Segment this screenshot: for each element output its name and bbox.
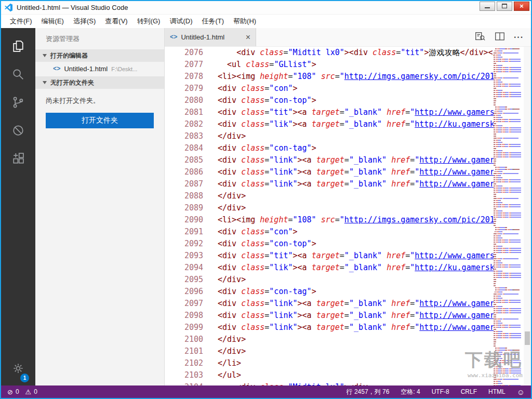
line-number: 2101 [165,345,203,357]
feedback-smiley-icon[interactable]: ☺ [517,388,525,396]
line-number: 2077 [165,59,203,71]
code-text: <div class="lik"><a target="_blank" href… [203,118,494,130]
code-text: <div class="Midtit lx1"><div [203,381,494,385]
code-text: </div> [203,190,494,202]
explorer-icon[interactable] [1,32,35,60]
settings-gear-icon[interactable]: 1 [1,354,35,382]
menu-item-4[interactable]: 查看(V) [100,15,132,28]
menu-item-1[interactable]: 文件(F) [5,15,37,28]
code-text: <div class="link"><a target="_blank" hre… [203,322,494,334]
activity-bar: 1 [1,28,35,385]
code-line-2077[interactable]: 2077 <ul class="GLlist"> [165,59,494,71]
code-line-2080[interactable]: 2080<div class="con-top"> [165,95,494,107]
code-editor[interactable]: 2076 <div class="Midtit lx0"><div class=… [165,47,531,385]
code-text: <div class="tit"><a target="_blank" href… [203,250,494,262]
code-line-2094[interactable]: 2094<div class="lik"><a target="_blank" … [165,262,494,274]
open-preview-icon[interactable] [474,31,486,44]
code-line-2102[interactable]: 2102</li> [165,357,494,369]
open-editor-filename: Untitled-1.html [64,65,108,73]
minimize-icon [485,7,490,8]
code-line-2100[interactable]: 2100</div> [165,334,494,345]
code-line-2082[interactable]: 2082<div class="lik"><a target="_blank" … [165,118,494,130]
maximize-button[interactable] [497,2,512,11]
main-area: 1 资源管理器 打开的编辑器 <> Untitled-1.html F:\Des… [1,28,531,385]
tab-untitled-1[interactable]: <> Untitled-1.html × [165,28,256,46]
editor-actions: ··· [474,28,531,46]
language-mode-indicator[interactable]: HTML [488,388,506,395]
menu-item-7[interactable]: 任务(T) [197,15,229,28]
tab-label: Untitled-1.html [181,33,242,41]
code-line-2078[interactable]: 2078<li><img height="108" src="http://im… [165,71,494,83]
editor-group: <> Untitled-1.html × ··· 2076 <div class… [164,28,531,385]
open-editor-filepath: F:\Deskt... [111,66,137,72]
line-number: 2089 [165,202,203,214]
search-icon[interactable] [1,60,35,88]
open-editors-section-header[interactable]: 打开的编辑器 [35,49,164,62]
menu-item-3[interactable]: 选择(S) [69,15,100,28]
code-text: </li> [203,357,494,369]
indentation-indicator[interactable]: 空格: 4 [401,388,420,396]
code-text: <div class="tit"><a target="_blank" href… [203,107,494,118]
code-line-2089[interactable]: 2089</div> [165,202,494,214]
code-line-2091[interactable]: 2091<div class="con"> [165,226,494,238]
code-text: <div class="link"><a target="_blank" hre… [203,298,494,310]
code-line-2093[interactable]: 2093<div class="tit"><a target="_blank" … [165,250,494,262]
code-text: <div class="con-tag"> [203,142,494,154]
source-control-icon[interactable] [1,88,35,116]
extensions-icon[interactable] [1,144,35,172]
more-actions-icon[interactable]: ··· [514,33,524,42]
code-line-2103[interactable]: 2103</ul> [165,369,494,381]
code-line-2085[interactable]: 2085<div class="link"><a target="_blank"… [165,154,494,166]
open-editor-item[interactable]: <> Untitled-1.html F:\Deskt... [35,62,164,76]
code-line-2098[interactable]: 2098<div class="link"><a target="_blank"… [165,310,494,322]
code-line-2084[interactable]: 2084<div class="con-tag"> [165,142,494,154]
code-line-2083[interactable]: 2083</div> [165,130,494,142]
errors-indicator[interactable]: ⊘ 0 [7,388,19,396]
menu-item-2[interactable]: 编辑(E) [37,15,69,28]
code-line-2079[interactable]: 2079<div class="con"> [165,83,494,95]
code-line-2095[interactable]: 2095</div> [165,274,494,286]
minimize-button[interactable] [480,2,495,11]
close-button[interactable]: × [514,2,529,11]
code-line-2104[interactable]: 2104 <div class="Midtit lx1"><div [165,381,494,385]
code-line-2090[interactable]: 2090<li><img height="108" src="http://im… [165,214,494,226]
code-text: </div> [203,202,494,214]
sidebar-title: 资源管理器 [35,28,164,49]
debug-icon[interactable] [1,116,35,144]
code-line-2101[interactable]: 2101</div> [165,345,494,357]
code-line-2087[interactable]: 2087<div class="link"><a target="_blank"… [165,178,494,190]
no-folder-section-header[interactable]: 无打开的文件夹 [35,76,164,89]
code-line-2096[interactable]: 2096<div class="con-tag"> [165,286,494,298]
line-number: 2078 [165,71,203,83]
minimap[interactable] [494,47,524,385]
split-editor-icon[interactable] [494,31,506,44]
menu-item-5[interactable]: 转到(G) [132,15,165,28]
line-number: 2080 [165,95,203,107]
code-text: </div> [203,334,494,345]
tab-close-icon[interactable]: × [246,33,250,42]
window-controls: × [478,2,529,11]
line-number: 2102 [165,357,203,369]
vertical-scrollbar[interactable] [524,47,531,385]
no-folder-message: 尚未打开文件夹。 [35,89,164,112]
window-title: Untitled-1.html — Visual Studio Code [17,4,128,11]
error-icon: ⊘ [7,388,13,396]
menu-item-6[interactable]: 调试(D) [165,15,197,28]
eol-indicator[interactable]: CRLF [461,388,477,395]
warnings-indicator[interactable]: ⚠ 0 [25,388,37,396]
twistie-icon [43,81,47,84]
scrollbar-slider[interactable] [525,331,530,345]
code-line-2099[interactable]: 2099<div class="link"><a target="_blank"… [165,322,494,334]
code-line-2086[interactable]: 2086<div class="link"><a target="_blank"… [165,166,494,178]
cursor-position[interactable]: 行 2457，列 76 [347,388,390,396]
code-line-2092[interactable]: 2092<div class="con-top"> [165,238,494,250]
open-folder-button[interactable]: 打开文件夹 [46,113,154,128]
line-number: 2088 [165,190,203,202]
code-line-2076[interactable]: 2076 <div class="Midtit lx0"><div class=… [165,47,494,59]
line-number: 2097 [165,298,203,310]
menu-item-8[interactable]: 帮助(H) [229,15,261,28]
code-line-2081[interactable]: 2081<div class="tit"><a target="_blank" … [165,107,494,118]
encoding-indicator[interactable]: UTF-8 [432,388,449,395]
code-line-2088[interactable]: 2088</div> [165,190,494,202]
code-line-2097[interactable]: 2097<div class="link"><a target="_blank"… [165,298,494,310]
